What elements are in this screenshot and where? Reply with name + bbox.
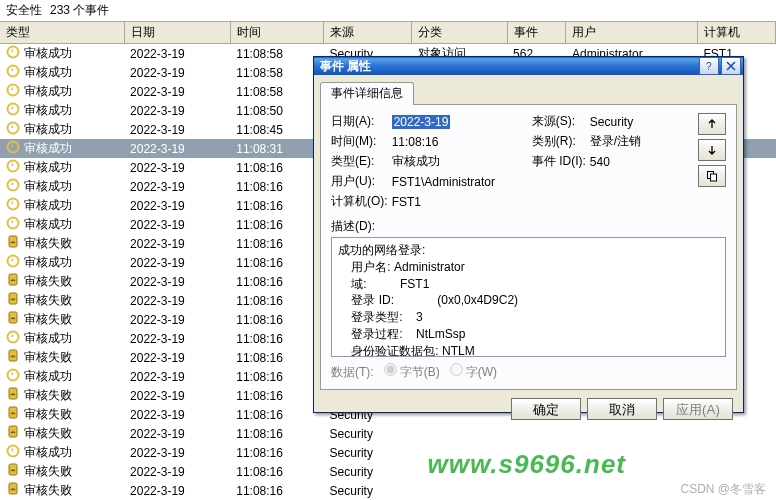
type-label: 审核成功 xyxy=(24,83,72,100)
type-label: 审核失败 xyxy=(24,292,72,309)
help-button[interactable]: ? xyxy=(699,57,719,75)
event-count: 233 个事件 xyxy=(50,2,109,19)
data-format-row: 数据(T): 字节(B) 字(W) xyxy=(331,363,726,381)
column-header[interactable]: 事件 xyxy=(507,22,566,44)
key-success-icon xyxy=(6,45,20,62)
lock-failure-icon xyxy=(6,235,20,252)
type-label: 审核失败 xyxy=(24,311,72,328)
tab-event-detail[interactable]: 事件详细信息 xyxy=(320,82,414,105)
panel-header: 安全性 233 个事件 xyxy=(0,0,776,22)
column-header[interactable]: 分类 xyxy=(412,22,507,44)
type-label: 审核成功 xyxy=(24,330,72,347)
label-eventid: 事件 ID(I): xyxy=(532,153,586,170)
key-success-icon xyxy=(6,83,20,100)
type-label: 审核失败 xyxy=(24,425,72,442)
type-label: 审核成功 xyxy=(24,178,72,195)
type-label: 审核失败 xyxy=(24,463,72,480)
label-description: 描述(D): xyxy=(331,218,726,235)
key-success-icon xyxy=(6,254,20,271)
table-row[interactable]: 审核失败2022-3-1911:08:16Security xyxy=(0,462,776,481)
label-data: 数据(T): xyxy=(331,364,374,381)
label-time: 时间(M): xyxy=(331,133,388,150)
key-success-icon xyxy=(6,159,20,176)
radio-words[interactable]: 字(W) xyxy=(450,363,497,381)
lock-failure-icon xyxy=(6,463,20,480)
key-success-icon xyxy=(6,121,20,138)
key-success-icon xyxy=(6,216,20,233)
column-header[interactable]: 时间 xyxy=(230,22,323,44)
label-computer: 计算机(O): xyxy=(331,193,388,210)
svg-text:?: ? xyxy=(706,61,712,71)
lock-failure-icon xyxy=(6,425,20,442)
description-text[interactable]: 成功的网络登录: 用户名: Administrator 域: FST1 登录 I… xyxy=(331,237,726,357)
type-label: 审核成功 xyxy=(24,140,72,157)
lock-failure-icon xyxy=(6,311,20,328)
type-label: 审核成功 xyxy=(24,444,72,461)
dialog-title: 事件 属性 xyxy=(320,58,697,75)
column-header[interactable]: 用户 xyxy=(566,22,698,44)
ok-button[interactable]: 确定 xyxy=(511,398,581,420)
value-type: 审核成功 xyxy=(392,153,528,170)
type-label: 审核成功 xyxy=(24,121,72,138)
event-properties-dialog: 事件 属性 ? 事件详细信息 日期(A): 2022-3-19 来源(S): S… xyxy=(313,56,744,413)
prev-event-button[interactable] xyxy=(698,113,726,135)
type-label: 审核成功 xyxy=(24,159,72,176)
lock-failure-icon xyxy=(6,273,20,290)
dialog-button-row: 确定 取消 应用(A) xyxy=(314,390,743,428)
type-label: 审核成功 xyxy=(24,45,72,62)
key-success-icon xyxy=(6,178,20,195)
panel-title: 安全性 xyxy=(6,2,42,19)
type-label: 审核成功 xyxy=(24,64,72,81)
table-row[interactable]: 审核成功2022-3-1911:08:16Security xyxy=(0,443,776,462)
lock-failure-icon xyxy=(6,482,20,499)
close-button[interactable] xyxy=(721,57,741,75)
dialog-titlebar[interactable]: 事件 属性 ? xyxy=(314,57,743,75)
type-label: 审核失败 xyxy=(24,406,72,423)
type-label: 审核成功 xyxy=(24,216,72,233)
type-label: 审核成功 xyxy=(24,197,72,214)
apply-button[interactable]: 应用(A) xyxy=(663,398,733,420)
key-success-icon xyxy=(6,102,20,119)
label-source: 来源(S): xyxy=(532,113,586,130)
label-date: 日期(A): xyxy=(331,113,388,130)
value-time: 11:08:16 xyxy=(392,135,528,149)
svg-rect-33 xyxy=(711,174,717,181)
type-label: 审核失败 xyxy=(24,482,72,499)
lock-failure-icon xyxy=(6,292,20,309)
key-success-icon xyxy=(6,197,20,214)
key-success-icon xyxy=(6,140,20,157)
value-user: FST1\Administrator xyxy=(392,175,726,189)
type-label: 审核成功 xyxy=(24,254,72,271)
type-label: 审核成功 xyxy=(24,368,72,385)
lock-failure-icon xyxy=(6,387,20,404)
copy-button[interactable] xyxy=(698,165,726,187)
key-success-icon xyxy=(6,368,20,385)
lock-failure-icon xyxy=(6,406,20,423)
lock-failure-icon xyxy=(6,349,20,366)
column-header[interactable]: 计算机 xyxy=(698,22,776,44)
key-success-icon xyxy=(6,444,20,461)
label-category: 类别(R): xyxy=(532,133,586,150)
key-success-icon xyxy=(6,64,20,81)
csdn-watermark: CSDN @冬雪客 xyxy=(680,481,766,498)
type-label: 审核失败 xyxy=(24,349,72,366)
value-computer: FST1 xyxy=(392,195,726,209)
next-event-button[interactable] xyxy=(698,139,726,161)
cancel-button[interactable]: 取消 xyxy=(587,398,657,420)
value-date: 2022-3-19 xyxy=(392,115,451,129)
column-header[interactable]: 类型 xyxy=(0,22,124,44)
label-type: 类型(E): xyxy=(331,153,388,170)
column-header[interactable]: 来源 xyxy=(324,22,412,44)
type-label: 审核失败 xyxy=(24,235,72,252)
type-label: 审核失败 xyxy=(24,273,72,290)
radio-bytes[interactable]: 字节(B) xyxy=(384,363,440,381)
tab-strip: 事件详细信息 xyxy=(314,75,743,104)
type-label: 审核失败 xyxy=(24,387,72,404)
column-header[interactable]: 日期 xyxy=(124,22,230,44)
type-label: 审核成功 xyxy=(24,102,72,119)
tab-panel: 日期(A): 2022-3-19 来源(S): Security 时间(M): … xyxy=(320,104,737,390)
key-success-icon xyxy=(6,330,20,347)
label-user: 用户(U): xyxy=(331,173,388,190)
table-row[interactable]: 审核失败2022-3-1911:08:16Security xyxy=(0,481,776,500)
